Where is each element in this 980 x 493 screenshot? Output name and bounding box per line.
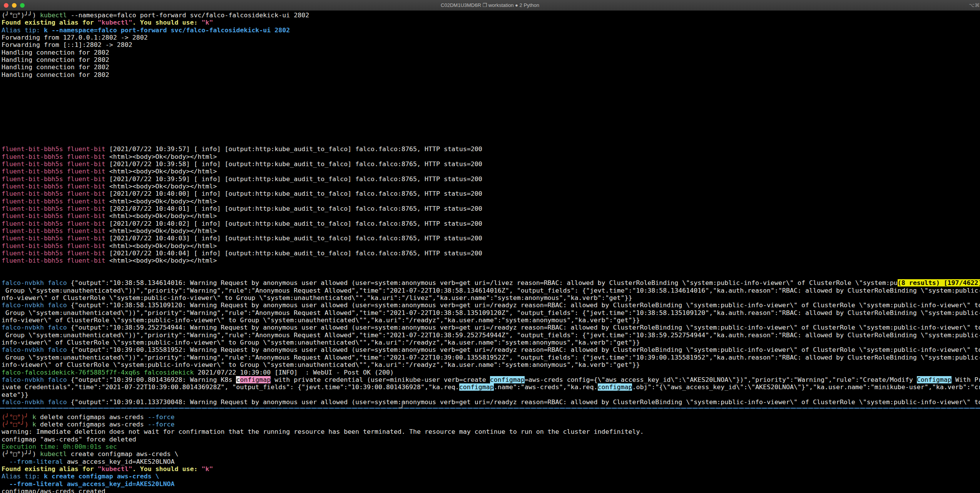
terminal-line: fluent-bit-bbh5s fluent-bit <html><body>… <box>2 183 980 190</box>
terminal-line: Alias tip: k --namespace=falco port-forw… <box>2 27 980 34</box>
terminal-line: fluent-bit-bbh5s fluent-bit [2021/07/22 … <box>2 250 980 257</box>
terminal-line: fluent-bit-bbh5s fluent-bit [2021/07/22 … <box>2 145 980 153</box>
terminal-line: fluent-bit-bbh5s fluent-bit <html><body>… <box>2 212 980 220</box>
terminal-line <box>2 93 980 101</box>
terminal-line: Group \"system:unauthenticated\"))","pri… <box>2 331 980 339</box>
terminal-line: falco-nvbkh falco {"output":"10:38:59.25… <box>2 324 980 331</box>
terminal-line: eate"}} <box>2 391 980 398</box>
terminal-line: falco-nvbkh falco {"output":"10:39:00.13… <box>2 346 980 353</box>
terminal-line: nfo-viewer\" of ClusterRole \"system:pub… <box>2 294 980 301</box>
terminal-line: (╯°□°╯) k delete configmaps aws-creds --… <box>2 421 980 428</box>
terminal-line: (╯°□°)╯╯) kubectl --namespace=falco port… <box>2 12 980 19</box>
terminal-line: fluent-bit-bbh5s fluent-bit [2021/07/22 … <box>2 235 980 242</box>
shortcut-indicator: ⌥⌘ <box>969 0 980 11</box>
terminal-line: falco-nvbkh falco {"output":"10:38:58.13… <box>2 301 980 309</box>
terminal-line: configmap "aws-creds" force deleted <box>2 436 980 443</box>
terminal-line <box>2 86 980 93</box>
terminal-line: Handling connection for 2802 <box>2 63 980 71</box>
terminal-line: Group \"system:unauthenticated\"))","pri… <box>2 354 980 361</box>
terminal-line: Group \"system:unauthenticated\"))","pri… <box>2 309 980 316</box>
terminal-line: Found existing alias for "kubectl". You … <box>2 465 980 473</box>
terminal-line: configmap/aws-creds created <box>2 488 980 493</box>
terminal-line: (╯°□°)╯╯) kubectl create configmap aws-c… <box>2 450 980 458</box>
prompt-corner-glyph: ╯ <box>399 402 406 414</box>
terminal-line: fluent-bit-bbh5s fluent-bit [2021/07/22 … <box>2 205 980 212</box>
terminal-line <box>2 265 980 272</box>
terminal-line: info-viewer\" of ClusterRole \"system:pu… <box>2 339 980 346</box>
terminal-body[interactable]: (╯°□°)╯╯) kubectl --namespace=falco port… <box>0 11 980 493</box>
terminal-line: (╯°□°)╯ k delete configmaps aws-creds --… <box>2 413 980 421</box>
terminal-line: falco-nvbkh falco {"output":"10:39:01.13… <box>2 398 980 406</box>
terminal-line: fluent-bit-bbh5s fluent-bit <html><body>… <box>2 168 980 175</box>
terminal-line: Handling connection for 2802 <box>2 71 980 78</box>
terminal-line: fluent-bit-bbh5s fluent-bit <html><body>… <box>2 242 980 250</box>
terminal-line <box>2 116 980 123</box>
terminal-line: Found existing alias for "kubectl". You … <box>2 19 980 26</box>
terminal-line: Handling connection for 2802 <box>2 49 980 56</box>
terminal-line: fluent-bit-bbh5s fluent-bit <html><body>… <box>2 198 980 205</box>
terminal-line <box>2 272 980 279</box>
terminal-line: fluent-bit-bbh5s fluent-bit [2021/07/22 … <box>2 220 980 227</box>
terminal-line: falco-nvbkh falco {"output":"10:39:00.80… <box>2 376 980 383</box>
terminal-line: --from-literal aws_access_key_id=AKES20L… <box>2 480 980 488</box>
terminal-line: Forwarding from 127.0.0.1:2802 -> 2802 <box>2 34 980 41</box>
terminal-line <box>2 101 980 108</box>
terminal-line: info-viewer\" of ClusterRole \"system:pu… <box>2 361 980 368</box>
terminal-line: fluent-bit-bbh5s fluent-bit [2021/07/22 … <box>2 190 980 197</box>
terminal-line: Group \"system:unauthenticated\"))","pri… <box>2 287 980 294</box>
terminal-line: Alias tip: k create configmap aws-creds … <box>2 473 980 480</box>
terminal-line: --from-literal aws_access_key_id=AKES20L… <box>2 458 980 465</box>
terminal-line: falco-nvbkh falco {"output":"10:38:58.13… <box>2 279 980 286</box>
terminal-line: warning: Immediate deletion does not wai… <box>2 428 980 435</box>
terminal-line: falco-falcosidekick-76f5885f7f-4xq6s fal… <box>2 369 980 376</box>
terminal-line: fluent-bit-bbh5s fluent-bit [2021/07/22 … <box>2 175 980 183</box>
terminal-line <box>2 78 980 86</box>
terminal-line: ivate Credentials","time":"2021-07-22T10… <box>2 383 980 391</box>
terminal-line: Forwarding from [::1]:2802 -> 2802 <box>2 41 980 48</box>
terminal-line <box>2 108 980 115</box>
terminal-line: fluent-bit-bbh5s fluent-bit <html><body>… <box>2 257 980 264</box>
terminal-line <box>2 138 980 145</box>
terminal-line <box>2 123 980 130</box>
terminal-window: C02DM1U3MD6R ❐ workstation ● 2 Python ⌥⌘… <box>0 0 980 493</box>
terminal-line: Handling connection for 2802 <box>2 56 980 63</box>
terminal-line <box>2 131 980 138</box>
terminal-line: fluent-bit-bbh5s fluent-bit <html><body>… <box>2 227 980 235</box>
terminal-line: fluent-bit-bbh5s fluent-bit <html><body>… <box>2 153 980 160</box>
terminal-line: info-viewer\" of ClusterRole \"system:pu… <box>2 316 980 324</box>
window-title: C02DM1U3MD6R ❐ workstation ● 2 Python <box>0 0 980 11</box>
pane-divider <box>2 406 980 413</box>
terminal-line: fluent-bit-bbh5s fluent-bit [2021/07/22 … <box>2 160 980 168</box>
window-titlebar: C02DM1U3MD6R ❐ workstation ● 2 Python ⌥⌘ <box>0 0 980 11</box>
terminal-line: Execution time: 0h:00m:01s sec <box>2 443 980 450</box>
